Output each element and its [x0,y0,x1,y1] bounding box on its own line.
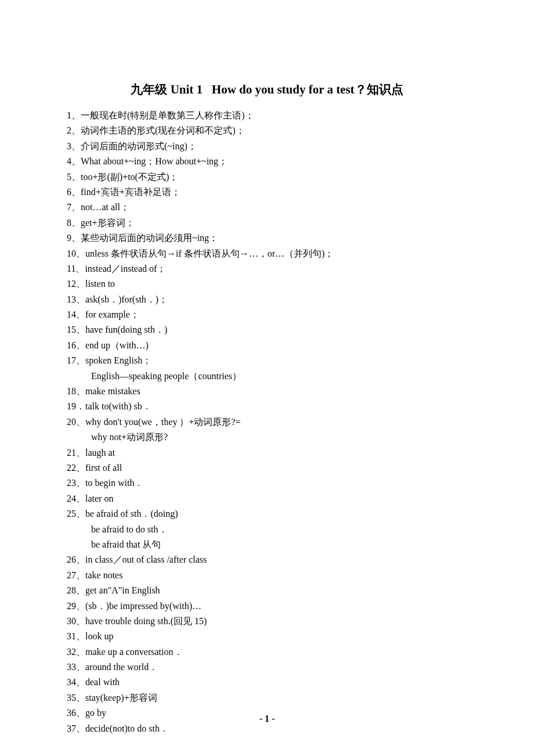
list-item: 26、in class／out of class /after class [67,552,467,567]
list-item: 15、have fun(doing sth．) [67,322,467,337]
list-item: 29、(sb．)be impressed by(with)… [67,599,467,614]
page-content: 九年级 Unit 1 How do you study for a test？知… [0,0,534,756]
knowledge-list: 1、一般现在时(特别是单数第三人称作主语)； 2、动词作主语的形式(现在分词和不… [67,108,467,736]
list-item: 8、get+形容词； [67,215,467,231]
list-item: 10、unless 条件状语从句→if 条件状语从句→…，or…（并列句)； [67,246,467,261]
list-item: 22、first of all [67,460,467,476]
list-item: 34、deal with [67,675,467,690]
title-suffix: 知识点 [367,82,403,96]
list-item: 4、What about+~ing；How about+~ing； [67,154,467,169]
list-item: 16、end up（with…) [67,338,467,353]
list-item: 11、instead／instead of； [67,261,467,276]
list-subitem: English—speaking people（countries） [67,369,467,384]
list-item: 20、why don't you(we，they ）+动词原形?= [67,415,467,430]
list-item: 5、too+形(副)+to(不定式)； [67,170,467,185]
title-english: How do you study for a test？ [212,82,367,96]
page-number: - 1 - [0,714,534,724]
list-item: 6、find+宾语+宾语补足语； [67,185,467,200]
list-item: 25、be afraid of sth．(doing) [67,506,467,521]
list-item: 17、spoken English； [67,353,467,368]
list-item: 2、动词作主语的形式(现在分词和不定式)； [67,123,467,138]
list-item: 1、一般现在时(特别是单数第三人称作主语)； [67,108,467,123]
list-item: 18、make mistakes [67,384,467,399]
list-item: 13、ask(sb．)for(sth．)； [67,292,467,307]
list-item: 12、listen to [67,276,467,291]
list-item: 28、get an"A"in English [67,583,467,598]
title-unit: Unit 1 [171,82,203,96]
list-item: 35、stay(keep)+形容词 [67,690,467,705]
list-item: 27、take notes [67,568,467,583]
list-item: 3、介词后面的动词形式(~ing)； [67,139,467,154]
list-item: 19．talk to(with) sb． [67,399,467,414]
document-title: 九年级 Unit 1 How do you study for a test？知… [67,81,467,98]
list-item: 31、look up [67,629,467,644]
list-item: 23、to begin with． [67,476,467,491]
list-item: 30、have trouble doing sth.(回见 15) [67,614,467,629]
list-item: 7、not…at all； [67,200,467,215]
list-item: 21、laugh at [67,445,467,460]
list-subitem: be afraid that 从句 [67,537,467,552]
list-subitem: why not+动词原形? [67,430,467,445]
list-subitem: be afraid to do sth． [67,522,467,537]
list-item: 32、make up a conversation． [67,645,467,660]
list-item: 24、later on [67,491,467,506]
list-item: 9、某些动词后面的动词必须用~ing； [67,231,467,246]
list-item: 33、around the world． [67,660,467,675]
title-prefix: 九年级 [131,82,167,96]
list-item: 14、for example； [67,307,467,322]
